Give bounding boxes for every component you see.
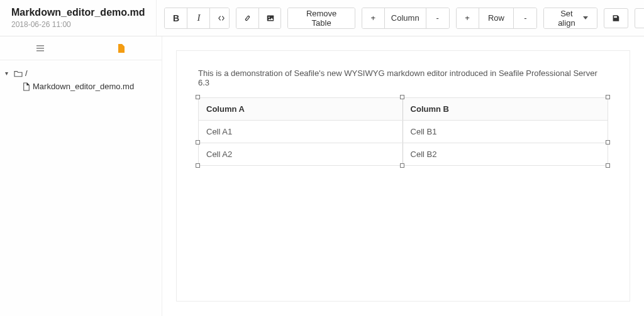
remove-row-button[interactable]: - xyxy=(514,8,536,28)
svg-point-1 xyxy=(268,16,269,18)
toolbar: B I Remove Table + Column - + Row - xyxy=(157,0,644,36)
add-column-button[interactable]: + xyxy=(362,8,385,28)
table-selection-wrap: Column A Column B Cell A1 Cell B1 Cell A… xyxy=(198,97,608,166)
image-button[interactable] xyxy=(259,8,282,28)
list-icon xyxy=(35,43,45,53)
table-cell[interactable]: Cell B2 xyxy=(402,143,608,166)
selection-handle[interactable] xyxy=(196,163,200,168)
file-timestamp: 2018-06-26 11:00 xyxy=(11,20,145,29)
row-label-button[interactable]: Row xyxy=(479,8,514,28)
svg-rect-7 xyxy=(36,50,44,52)
tab-files[interactable] xyxy=(81,36,162,60)
sidebar-tabs xyxy=(0,36,162,60)
link-button[interactable] xyxy=(236,8,259,28)
selection-handle[interactable] xyxy=(606,163,610,168)
chevron-down-icon xyxy=(583,16,588,19)
more-button[interactable] xyxy=(635,8,644,28)
tree-root-label: / xyxy=(25,68,28,78)
bold-icon: B xyxy=(173,13,179,23)
intro-text: This is a demonstration of Seafile's new… xyxy=(198,68,608,87)
sidebar: ▾ / Markdown_editor_demo.md xyxy=(0,36,162,316)
remove-table-button[interactable]: Remove Table xyxy=(288,8,355,28)
tree-file[interactable]: Markdown_editor_demo.md xyxy=(5,80,157,93)
editor-content[interactable]: This is a demonstration of Seafile's new… xyxy=(176,50,630,302)
svg-rect-5 xyxy=(36,45,44,46)
row-group: + Row - xyxy=(456,8,538,29)
add-row-button[interactable]: + xyxy=(457,8,479,28)
tree-root[interactable]: ▾ / xyxy=(5,67,157,80)
align-group: Set align xyxy=(543,8,597,29)
topbar: Markdown_editor_demo.md 2018-06-26 11:00… xyxy=(0,0,644,36)
code-button[interactable] xyxy=(210,8,229,28)
tab-outline[interactable] xyxy=(0,36,81,60)
column-group: + Column - xyxy=(362,8,450,29)
table-header[interactable]: Column A xyxy=(199,98,403,121)
set-align-button[interactable]: Set align xyxy=(544,8,597,28)
file-icon xyxy=(116,43,126,53)
remove-table-group: Remove Table xyxy=(287,8,355,29)
editor-pane: This is a demonstration of Seafile's new… xyxy=(162,36,644,316)
table-header[interactable]: Column B xyxy=(402,98,608,121)
file-tree: ▾ / Markdown_editor_demo.md xyxy=(0,60,162,99)
selection-handle[interactable] xyxy=(400,163,404,168)
remove-column-button[interactable]: - xyxy=(426,8,449,28)
tree-file-label: Markdown_editor_demo.md xyxy=(33,82,134,91)
selection-handle[interactable] xyxy=(196,140,200,144)
main: ▾ / Markdown_editor_demo.md This is a de… xyxy=(0,36,644,316)
selection-handle[interactable] xyxy=(196,95,200,99)
save-icon xyxy=(612,14,620,23)
demo-table[interactable]: Column A Column B Cell A1 Cell B1 Cell A… xyxy=(198,97,608,166)
code-icon xyxy=(218,14,225,23)
column-label-button[interactable]: Column xyxy=(385,8,426,28)
italic-button[interactable]: I xyxy=(187,8,210,28)
file-icon xyxy=(23,82,30,91)
chevron-down-icon: ▾ xyxy=(5,70,11,77)
folder-icon xyxy=(14,70,23,77)
insert-group xyxy=(236,8,282,29)
save-button[interactable] xyxy=(604,8,628,28)
svg-rect-6 xyxy=(36,48,44,49)
link-icon xyxy=(244,14,251,23)
set-align-label: Set align xyxy=(553,9,580,28)
selection-handle[interactable] xyxy=(606,95,610,99)
selection-handle[interactable] xyxy=(400,95,404,99)
format-group: B I xyxy=(164,8,229,29)
table-cell[interactable]: Cell B1 xyxy=(402,121,608,143)
file-title-area: Markdown_editor_demo.md 2018-06-26 11:00 xyxy=(0,0,157,36)
italic-icon: I xyxy=(197,13,200,23)
selection-handle[interactable] xyxy=(606,140,610,144)
table-cell[interactable]: Cell A2 xyxy=(199,143,403,166)
image-icon xyxy=(267,14,274,23)
bold-button[interactable]: B xyxy=(165,8,187,28)
svg-rect-0 xyxy=(267,15,274,21)
table-cell[interactable]: Cell A1 xyxy=(199,121,403,143)
file-title: Markdown_editor_demo.md xyxy=(11,6,145,19)
